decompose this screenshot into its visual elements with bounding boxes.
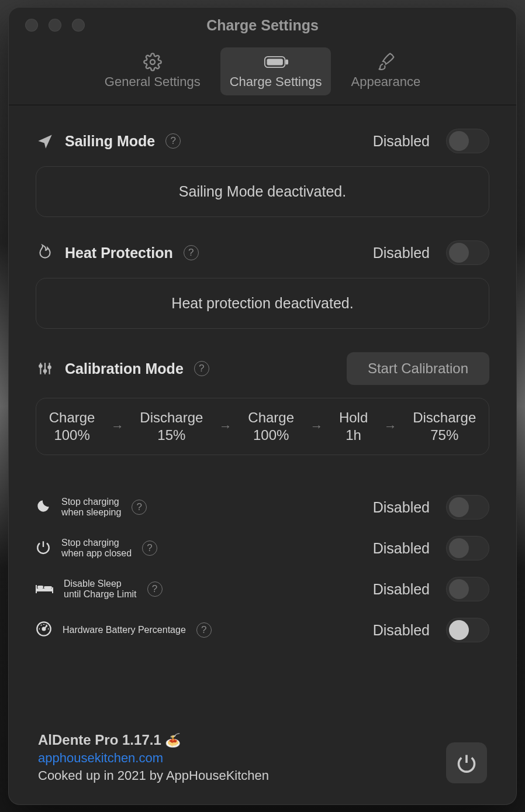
close-window-button[interactable] (25, 19, 38, 32)
tab-charge-settings[interactable]: Charge Settings (220, 47, 331, 95)
tab-general-settings[interactable]: General Settings (95, 47, 210, 95)
flame-icon (36, 243, 54, 262)
settings-window: Charge Settings General Settings Charge … (8, 7, 517, 805)
svg-rect-11 (36, 585, 37, 593)
stop-charging-sleeping-label: Stop charging when sleeping (61, 497, 121, 518)
svg-rect-12 (52, 587, 53, 593)
power-button[interactable] (446, 742, 487, 783)
svg-line-22 (46, 625, 47, 625)
stop-charging-sleeping-toggle[interactable] (446, 495, 489, 519)
tab-appearance[interactable]: Appearance (341, 47, 430, 95)
svg-point-8 (44, 370, 46, 372)
titlebar: Charge Settings (9, 8, 516, 43)
help-icon[interactable]: ? (184, 245, 199, 260)
sliders-icon (36, 359, 54, 378)
sailing-mode-state: Disabled (373, 133, 430, 150)
help-icon[interactable]: ? (132, 500, 147, 515)
disable-sleep-label: Disable Sleep until Charge Limit (64, 579, 137, 600)
row-hardware-battery-pct: Hardware Battery Percentage ? Disabled (36, 610, 489, 651)
help-icon[interactable]: ? (147, 582, 163, 597)
calibration-step: Hold1h (339, 409, 368, 444)
gear-icon (140, 53, 165, 71)
hardware-pct-label: Hardware Battery Percentage (63, 625, 186, 635)
website-link[interactable]: apphousekitchen.com (38, 751, 163, 766)
help-icon[interactable]: ? (196, 622, 212, 638)
window-title: Charge Settings (20, 17, 505, 34)
calibration-step: Charge100% (49, 409, 95, 444)
disable-sleep-toggle[interactable] (446, 577, 489, 601)
footer-info: AlDente Pro 1.17.1 🍝 apphousekitchen.com… (38, 732, 269, 783)
help-icon[interactable]: ? (194, 361, 209, 376)
help-icon[interactable]: ? (142, 541, 157, 556)
arrow-right-icon: → (219, 419, 232, 434)
row-stop-charging-sleeping: Stop charging when sleeping ? Disabled (36, 487, 489, 528)
toggle-state: Disabled (373, 540, 430, 557)
minimize-window-button[interactable] (49, 19, 61, 32)
svg-rect-13 (37, 586, 43, 589)
toggle-state: Disabled (373, 499, 430, 516)
gauge-icon (36, 621, 52, 639)
calibration-step: Charge100% (248, 409, 294, 444)
zoom-window-button[interactable] (72, 19, 85, 32)
footer-credit: Cooked up in 2021 by AppHouseKitchen (38, 768, 269, 783)
sailing-mode-toggle[interactable] (446, 129, 489, 153)
section-heat-protection: Heat Protection ? Disabled Heat protecti… (36, 240, 489, 329)
arrow-right-icon: → (111, 419, 124, 434)
svg-point-0 (150, 60, 155, 64)
spaghetti-icon: 🍝 (165, 733, 181, 748)
row-stop-charging-closed: Stop charging when app closed ? Disabled (36, 528, 489, 569)
calibration-step: Discharge15% (140, 409, 203, 444)
tab-label: Appearance (351, 74, 420, 90)
bed-icon (36, 582, 53, 597)
help-icon[interactable]: ? (165, 133, 181, 149)
section-calibration: Calibration Mode ? Start Calibration Cha… (36, 352, 489, 455)
stop-charging-closed-label: Stop charging when app closed (61, 538, 132, 559)
toggle-state: Disabled (373, 581, 430, 598)
heat-protection-info-panel: Heat protection deactivated. (36, 278, 489, 329)
arrow-right-icon: → (310, 419, 323, 434)
svg-point-7 (39, 365, 42, 367)
heat-protection-toggle[interactable] (446, 240, 489, 265)
window-traffic-lights (25, 19, 85, 32)
app-name-version: AlDente Pro 1.17.1 (38, 732, 161, 748)
brush-icon (374, 53, 398, 71)
footer: AlDente Pro 1.17.1 🍝 apphousekitchen.com… (9, 715, 516, 804)
paper-plane-icon (36, 132, 54, 150)
section-sailing-mode: Sailing Mode ? Disabled Sailing Mode dea… (36, 129, 489, 217)
content-area: Sailing Mode ? Disabled Sailing Mode dea… (9, 105, 516, 715)
moon-icon (36, 498, 51, 516)
sailing-mode-info-panel: Sailing Mode deactivated. (36, 166, 489, 217)
svg-rect-10 (36, 589, 53, 591)
arrow-right-icon: → (384, 419, 397, 434)
stop-charging-closed-toggle[interactable] (446, 536, 489, 560)
svg-rect-3 (267, 59, 282, 66)
hardware-pct-toggle[interactable] (446, 618, 489, 642)
start-calibration-button[interactable]: Start Calibration (347, 352, 489, 385)
sailing-mode-title: Sailing Mode (65, 133, 155, 150)
heat-protection-title: Heat Protection (65, 245, 173, 262)
svg-rect-2 (286, 60, 288, 64)
svg-line-21 (41, 625, 42, 625)
tab-label: General Settings (105, 74, 201, 90)
battery-icon (264, 53, 288, 71)
calibration-steps: Charge100% → Discharge15% → Charge100% →… (36, 398, 489, 455)
svg-point-9 (48, 366, 50, 369)
calibration-step: Discharge75% (413, 409, 476, 444)
row-disable-sleep: Disable Sleep until Charge Limit ? Disab… (36, 569, 489, 610)
power-icon (36, 539, 51, 557)
heat-protection-state: Disabled (373, 245, 430, 262)
toggle-state: Disabled (373, 622, 430, 639)
calibration-title: Calibration Mode (65, 360, 184, 377)
svg-rect-14 (44, 586, 52, 589)
tab-bar: General Settings Charge Settings Appeara… (9, 43, 516, 105)
tab-label: Charge Settings (230, 74, 322, 90)
